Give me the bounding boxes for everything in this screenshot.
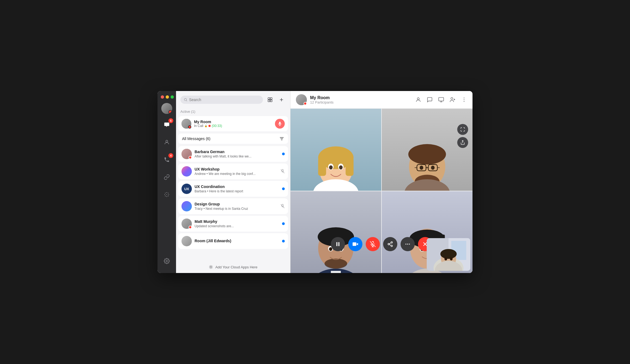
sidebar-item-messages[interactable]: 6 xyxy=(161,119,172,130)
close-button[interactable] xyxy=(161,95,164,99)
list-item[interactable]: UX Workshop Andrew • We are meeting in t… xyxy=(178,163,288,179)
all-messages-bar[interactable]: All Messages (6) xyxy=(178,134,288,144)
sidebar-bottom xyxy=(161,256,172,269)
app-window: 6 4 xyxy=(158,91,472,273)
more-button[interactable] xyxy=(401,237,415,251)
add-cloud-button[interactable]: Add Your Cloud Apps Here xyxy=(176,261,290,273)
contact-avatar xyxy=(181,236,192,246)
traffic-lights xyxy=(158,95,174,99)
svg-point-93 xyxy=(409,244,410,245)
svg-line-32 xyxy=(210,268,210,268)
svg-point-63 xyxy=(431,166,435,170)
rooms-icon-button[interactable] xyxy=(266,95,274,104)
search-bar[interactable] xyxy=(180,96,263,104)
svg-line-22 xyxy=(281,169,284,173)
svg-line-89 xyxy=(389,244,391,245)
svg-rect-46 xyxy=(318,158,326,176)
sidebar-item-settings[interactable] xyxy=(161,256,172,266)
contact-avatar xyxy=(181,201,192,211)
svg-point-40 xyxy=(464,98,465,98)
add-cloud-label: Add Your Cloud Apps Here xyxy=(215,265,258,269)
list-item[interactable]: UX UX Coordination Barbara • Here is the… xyxy=(178,181,288,197)
expand-button[interactable] xyxy=(457,124,468,135)
video-cell-1 xyxy=(290,109,381,191)
user-avatar[interactable] xyxy=(161,103,172,114)
more-options-icon[interactable] xyxy=(461,97,467,103)
minimize-button[interactable] xyxy=(166,95,169,99)
svg-point-7 xyxy=(168,196,169,196)
sidebar-item-calls[interactable]: 4 xyxy=(161,154,172,165)
svg-point-5 xyxy=(168,194,169,195)
sidebar-nav: 6 4 xyxy=(161,119,172,256)
message-preview: Updated screenshots are... xyxy=(195,224,279,228)
active-section-label: Active (1) xyxy=(180,110,195,114)
mute-button[interactable] xyxy=(366,237,380,251)
svg-point-41 xyxy=(464,99,465,100)
room-mute-button[interactable] xyxy=(275,119,285,129)
add-participant-icon[interactable] xyxy=(450,97,456,103)
svg-rect-13 xyxy=(268,98,270,100)
screen-share-icon[interactable] xyxy=(438,97,444,103)
message-preview: Tracy • Next meetup is in Santa Cruz xyxy=(195,207,278,211)
filter-icon xyxy=(279,136,284,141)
svg-point-9 xyxy=(165,196,166,196)
message-content: Barbara German After talking with Matt, … xyxy=(195,150,279,158)
active-room-status-dot xyxy=(188,125,191,129)
svg-rect-47 xyxy=(346,158,353,176)
svg-point-88 xyxy=(391,245,393,247)
svg-line-31 xyxy=(212,266,212,266)
svg-point-86 xyxy=(391,242,393,243)
message-content: Matt Murphy Updated screenshots are... xyxy=(195,219,279,228)
svg-rect-82 xyxy=(337,242,338,246)
video-cell-2 xyxy=(382,109,472,191)
active-room-status: In Call 🔒 (00:33) xyxy=(194,124,272,128)
video-button[interactable] xyxy=(348,237,362,251)
call-indicator-dot xyxy=(208,125,211,127)
contact-avatar: UX xyxy=(181,184,192,194)
svg-point-6 xyxy=(165,193,166,193)
list-item[interactable]: Barbara German After talking with Matt, … xyxy=(178,146,288,162)
participants-icon[interactable] xyxy=(415,97,421,103)
sidebar-item-contacts[interactable] xyxy=(161,137,172,148)
svg-point-33 xyxy=(417,98,419,100)
message-content: Design Group Tracy • Next meetup is in S… xyxy=(195,202,278,211)
list-item[interactable]: Room (Jill Edwards) xyxy=(178,233,288,249)
add-cloud-icon xyxy=(209,265,213,269)
svg-point-69 xyxy=(325,259,347,269)
all-messages-label: All Messages (6) xyxy=(182,136,210,141)
svg-point-87 xyxy=(388,243,390,245)
sidebar-item-integrations[interactable] xyxy=(161,189,172,200)
compose-button[interactable] xyxy=(277,95,286,104)
contact-avatar xyxy=(181,219,192,229)
call-header-actions xyxy=(415,97,467,103)
message-content: UX Coordination Barbara • Here is the la… xyxy=(195,184,279,193)
video-grid xyxy=(290,109,472,273)
share-screen-button[interactable] xyxy=(457,137,468,148)
svg-point-1 xyxy=(166,194,167,195)
panel-header xyxy=(176,91,290,107)
search-icon xyxy=(184,98,187,102)
call-room-avatar xyxy=(296,94,307,105)
svg-rect-34 xyxy=(439,98,444,101)
svg-point-104 xyxy=(450,257,453,260)
active-room-item[interactable]: My Room In Call 🔒 (00:33) xyxy=(178,116,288,131)
list-item[interactable]: Design Group Tracy • Next meetup is in S… xyxy=(178,198,288,214)
contact-avatar xyxy=(181,149,192,159)
user-status-badge xyxy=(168,110,172,114)
svg-point-64 xyxy=(404,179,450,191)
active-section: Active (1) xyxy=(176,107,290,116)
chat-icon[interactable] xyxy=(427,97,433,103)
call-room-info: My Room 12 Participants xyxy=(310,95,334,104)
search-input[interactable] xyxy=(189,98,260,102)
list-item[interactable]: Matt Murphy Updated screenshots are... xyxy=(178,216,288,232)
svg-point-0 xyxy=(166,140,168,142)
maximize-button[interactable] xyxy=(171,95,174,99)
svg-point-91 xyxy=(405,244,407,245)
active-room-name: My Room xyxy=(194,120,272,124)
sidebar-item-links[interactable] xyxy=(161,172,172,183)
pause-button[interactable] xyxy=(331,237,345,251)
svg-rect-83 xyxy=(338,242,340,246)
share-button[interactable] xyxy=(383,237,397,251)
muted-icon xyxy=(280,169,285,174)
message-content: Room (Jill Edwards) xyxy=(195,239,279,244)
